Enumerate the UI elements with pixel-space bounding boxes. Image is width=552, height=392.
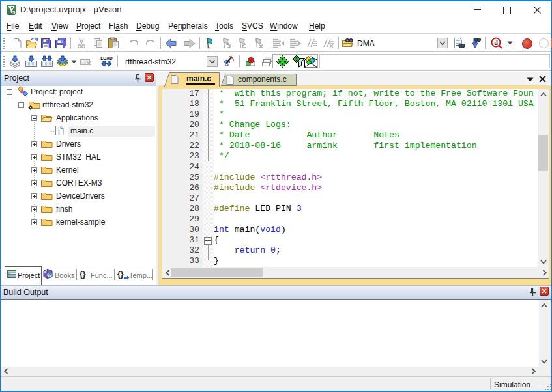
- svg-text:d: d: [494, 39, 498, 46]
- svg-text:LOAD: LOAD: [100, 56, 113, 61]
- svg-text:?: ?: [48, 272, 51, 279]
- svg-text:5: 5: [12, 10, 15, 16]
